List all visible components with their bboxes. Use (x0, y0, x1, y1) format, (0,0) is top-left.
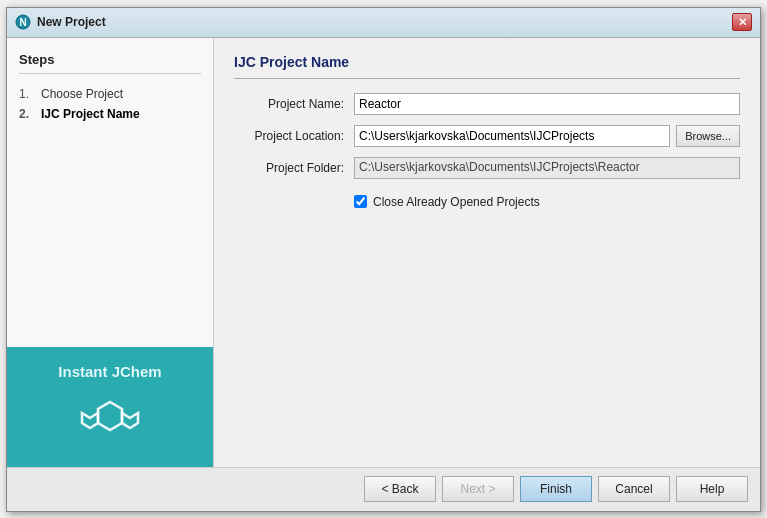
checkbox-group: Close Already Opened Projects (354, 195, 740, 209)
dialog-icon: N (15, 14, 31, 30)
step-num-2: 2. (19, 107, 35, 121)
project-location-group: Project Location: Browse... (234, 125, 740, 147)
dialog-title: New Project (37, 15, 732, 29)
step-item-2: 2. IJC Project Name (19, 104, 201, 124)
close-projects-checkbox[interactable] (354, 195, 367, 208)
step-num-1: 1. (19, 87, 35, 101)
help-button[interactable]: Help (676, 476, 748, 502)
project-folder-value: C:\Users\kjarkovska\Documents\IJCProject… (354, 157, 740, 179)
step-item-1: 1. Choose Project (19, 84, 201, 104)
steps-section: Steps 1. Choose Project 2. IJC Project N… (7, 38, 213, 347)
project-location-input[interactable] (354, 125, 670, 147)
brand-label: Instant JChem (58, 363, 161, 380)
back-button[interactable]: < Back (364, 476, 436, 502)
svg-text:N: N (19, 17, 26, 28)
close-button[interactable]: ✕ (732, 13, 752, 31)
project-folder-label: Project Folder: (234, 161, 354, 175)
project-name-input[interactable] (354, 93, 740, 115)
step-label-1: Choose Project (41, 87, 123, 101)
project-folder-group: Project Folder: C:\Users\kjarkovska\Docu… (234, 157, 740, 179)
finish-button[interactable]: Finish (520, 476, 592, 502)
project-name-group: Project Name: (234, 93, 740, 115)
dialog-footer: < Back Next > Finish Cancel Help (7, 467, 760, 511)
step-label-2: IJC Project Name (41, 107, 140, 121)
svg-marker-3 (82, 413, 98, 428)
project-location-label: Project Location: (234, 129, 354, 143)
dialog-body: Steps 1. Choose Project 2. IJC Project N… (7, 38, 760, 467)
section-title: IJC Project Name (234, 54, 740, 79)
brand-icon (80, 390, 140, 450)
main-content: IJC Project Name Project Name: Project L… (214, 38, 760, 467)
cancel-button[interactable]: Cancel (598, 476, 670, 502)
project-name-label: Project Name: (234, 97, 354, 111)
next-button[interactable]: Next > (442, 476, 514, 502)
svg-marker-4 (122, 413, 138, 428)
new-project-dialog: N New Project ✕ Steps 1. Choose Project … (6, 7, 761, 512)
browse-button[interactable]: Browse... (676, 125, 740, 147)
checkbox-label[interactable]: Close Already Opened Projects (373, 195, 540, 209)
sidebar: Steps 1. Choose Project 2. IJC Project N… (7, 38, 214, 467)
title-bar: N New Project ✕ (7, 8, 760, 38)
steps-title: Steps (19, 52, 201, 74)
svg-marker-2 (98, 402, 122, 430)
sidebar-brand: Instant JChem (7, 347, 213, 467)
